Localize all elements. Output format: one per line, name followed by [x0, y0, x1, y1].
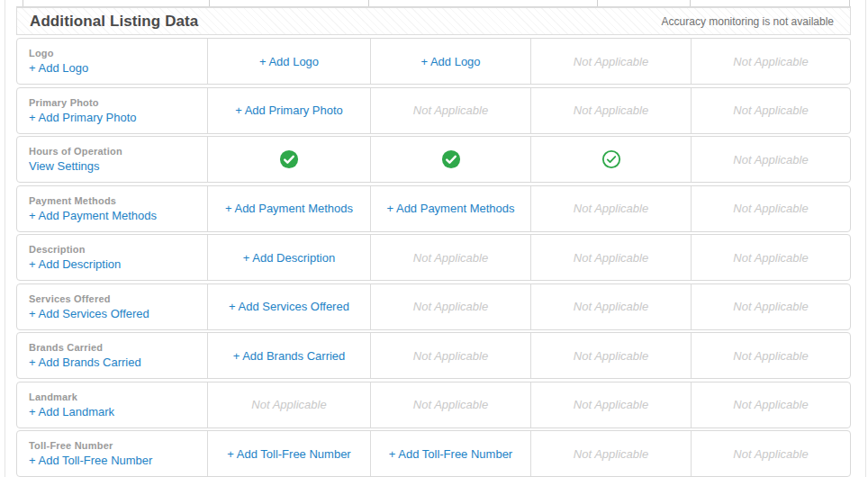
field-label: Logo: [29, 48, 54, 58]
accuracy-note: Accuracy monitoring is not available: [662, 15, 834, 28]
add-field-link[interactable]: + Add Services Offered: [229, 300, 349, 313]
publisher-cell: [370, 137, 530, 182]
not-applicable-text: Not Applicable: [251, 398, 326, 411]
publisher-cell: + Add Payment Methods: [207, 186, 370, 231]
column-divider: [597, 0, 598, 6]
column-divider: [368, 0, 369, 6]
field-cell: Services Offered+ Add Services Offered: [17, 284, 207, 329]
publisher-cell: + Add Toll-Free Number: [207, 431, 370, 476]
add-field-link[interactable]: + Add Brands Carried: [29, 356, 141, 369]
publisher-cell: Not Applicable: [691, 235, 850, 280]
publisher-cell: Not Applicable: [691, 284, 850, 329]
add-field-link[interactable]: + Add Services Offered: [29, 307, 149, 320]
not-applicable-text: Not Applicable: [413, 349, 488, 363]
not-applicable-text: Not Applicable: [733, 104, 808, 117]
publisher-cell: Not Applicable: [530, 382, 691, 428]
not-applicable-text: Not Applicable: [574, 447, 648, 461]
add-field-link[interactable]: + Add Payment Methods: [386, 202, 514, 215]
not-applicable-text: Not Applicable: [574, 300, 648, 313]
add-field-link[interactable]: + Add Description: [243, 251, 335, 265]
column-divider: [23, 0, 23, 6]
field-label: Toll-Free Number: [29, 440, 113, 451]
add-field-link[interactable]: + Add Logo: [420, 55, 480, 68]
field-label: Payment Methods: [29, 195, 116, 206]
table-row: Primary Photo+ Add Primary Photo+ Add Pr…: [16, 87, 851, 134]
field-cell: Toll-Free Number+ Add Toll-Free Number: [17, 431, 207, 476]
publisher-cell: Not Applicable: [530, 284, 691, 329]
column-divider: [209, 0, 210, 6]
publisher-cell: Not Applicable: [691, 137, 850, 182]
publisher-cell: Not Applicable: [530, 186, 691, 231]
publisher-cell: Not Applicable: [691, 382, 850, 428]
publisher-cell: Not Applicable: [691, 431, 850, 476]
previous-section-partial-row: [16, 0, 851, 7]
publisher-cell: Not Applicable: [530, 88, 691, 133]
add-field-link[interactable]: + Add Landmark: [29, 405, 114, 418]
table-row: Hours of OperationView SettingsNot Appli…: [16, 136, 851, 183]
view-settings-link[interactable]: View Settings: [29, 159, 100, 173]
publisher-cell: + Add Brands Carried: [207, 333, 370, 378]
not-applicable-text: Not Applicable: [733, 349, 808, 363]
not-applicable-text: Not Applicable: [574, 251, 648, 265]
outer-right-border: [865, 0, 866, 477]
not-applicable-text: Not Applicable: [733, 202, 808, 215]
add-field-link[interactable]: + Add Brands Carried: [233, 349, 346, 363]
table-row: Description+ Add Description+ Add Descri…: [16, 234, 851, 281]
add-field-link[interactable]: + Add Logo: [259, 55, 319, 68]
publisher-cell: Not Applicable: [530, 235, 691, 280]
column-divider: [690, 0, 691, 6]
add-field-link[interactable]: + Add Logo: [29, 61, 88, 75]
publisher-cell: [207, 137, 370, 182]
publisher-cell: + Add Logo: [370, 39, 530, 84]
not-applicable-text: Not Applicable: [733, 55, 808, 68]
publisher-cell: + Add Logo: [207, 39, 370, 84]
outer-left-border: [5, 0, 5, 477]
column-divider: [849, 0, 850, 6]
publisher-cell: + Add Description: [207, 235, 370, 280]
field-label: Landmark: [29, 392, 77, 402]
add-field-link[interactable]: + Add Toll-Free Number: [29, 454, 152, 467]
not-applicable-text: Not Applicable: [733, 300, 808, 313]
table-row: Landmark+ Add LandmarkNot ApplicableNot …: [16, 382, 851, 428]
table-row: Toll-Free Number+ Add Toll-Free Number+ …: [16, 430, 851, 477]
publisher-cell: [530, 137, 691, 182]
not-applicable-text: Not Applicable: [413, 300, 488, 313]
not-applicable-text: Not Applicable: [733, 153, 808, 166]
not-applicable-text: Not Applicable: [413, 104, 488, 117]
not-applicable-text: Not Applicable: [574, 202, 648, 215]
check-outline-icon: [601, 149, 621, 169]
not-applicable-text: Not Applicable: [574, 349, 648, 363]
field-cell: Primary Photo+ Add Primary Photo: [17, 88, 207, 133]
not-applicable-text: Not Applicable: [574, 104, 648, 117]
field-cell: Logo+ Add Logo: [17, 39, 207, 84]
publisher-cell: Not Applicable: [691, 88, 850, 133]
publisher-cell: Not Applicable: [691, 39, 850, 84]
publisher-cell: Not Applicable: [691, 333, 850, 378]
check-filled-icon: [279, 149, 299, 169]
publisher-cell: + Add Payment Methods: [370, 186, 530, 231]
not-applicable-text: Not Applicable: [733, 447, 808, 461]
listings-page: Additional Listing Data Accuracy monitor…: [0, 0, 868, 477]
table-row: Brands Carried+ Add Brands Carried+ Add …: [16, 332, 851, 379]
publisher-cell: + Add Toll-Free Number: [370, 431, 530, 476]
publisher-cell: Not Applicable: [370, 284, 530, 329]
add-field-link[interactable]: + Add Payment Methods: [225, 202, 353, 215]
add-field-link[interactable]: + Add Primary Photo: [235, 104, 343, 117]
publisher-cell: Not Applicable: [530, 333, 691, 378]
add-field-link[interactable]: + Add Payment Methods: [29, 209, 157, 222]
publisher-cell: + Add Primary Photo: [207, 88, 370, 133]
field-label: Primary Photo: [29, 97, 99, 108]
publisher-cell: Not Applicable: [370, 333, 530, 378]
not-applicable-text: Not Applicable: [574, 55, 648, 68]
table-row: Payment Methods+ Add Payment Methods+ Ad…: [16, 185, 851, 232]
add-field-link[interactable]: + Add Primary Photo: [29, 111, 137, 124]
table-row: Logo+ Add Logo+ Add Logo+ Add LogoNot Ap…: [16, 38, 851, 85]
additional-listing-table: Logo+ Add Logo+ Add Logo+ Add LogoNot Ap…: [16, 38, 851, 477]
section-header: Additional Listing Data Accuracy monitor…: [16, 7, 851, 35]
add-field-link[interactable]: + Add Toll-Free Number: [389, 447, 512, 461]
field-label: Brands Carried: [29, 342, 103, 353]
add-field-link[interactable]: + Add Description: [29, 257, 121, 271]
field-cell: Payment Methods+ Add Payment Methods: [17, 186, 207, 231]
add-field-link[interactable]: + Add Toll-Free Number: [227, 447, 350, 461]
publisher-cell: Not Applicable: [370, 382, 530, 428]
